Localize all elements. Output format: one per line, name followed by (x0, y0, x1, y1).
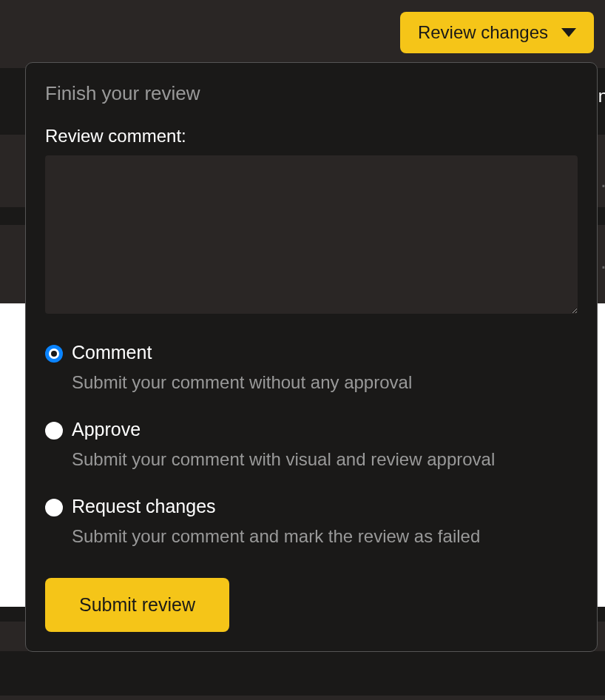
submit-review-button[interactable]: Submit review (45, 578, 229, 632)
radio-label: Approve (72, 419, 578, 440)
radio-content: Comment Submit your comment without any … (72, 342, 578, 394)
review-changes-label: Review changes (418, 22, 548, 43)
review-comment-textarea[interactable] (45, 155, 578, 314)
bg-stripe (0, 651, 605, 696)
popover-title: Finish your review (45, 82, 578, 105)
review-popover: Finish your review Review comment: Comme… (25, 62, 598, 652)
ellipsis-icon: · (601, 172, 605, 197)
radio-content: Approve Submit your comment with visual … (72, 419, 578, 471)
radio-option-request-changes[interactable]: Request changes Submit your comment and … (45, 496, 578, 548)
radio-label: Request changes (72, 496, 578, 517)
radio-description: Submit your comment with visual and revi… (72, 448, 578, 471)
radio-description: Submit your comment without any approval (72, 371, 578, 394)
radio-selected-icon[interactable] (45, 345, 63, 363)
caret-down-icon (561, 28, 576, 37)
radio-unselected-icon[interactable] (45, 422, 63, 440)
radio-content: Request changes Submit your comment and … (72, 496, 578, 548)
radio-label: Comment (72, 342, 578, 363)
radio-description: Submit your comment and mark the review … (72, 525, 578, 548)
radio-option-approve[interactable]: Approve Submit your comment with visual … (45, 419, 578, 471)
radio-option-comment[interactable]: Comment Submit your comment without any … (45, 342, 578, 394)
ellipsis-icon: · (601, 253, 605, 278)
review-changes-button[interactable]: Review changes (400, 12, 594, 53)
radio-unselected-icon[interactable] (45, 499, 63, 516)
comment-label: Review comment: (45, 126, 578, 147)
